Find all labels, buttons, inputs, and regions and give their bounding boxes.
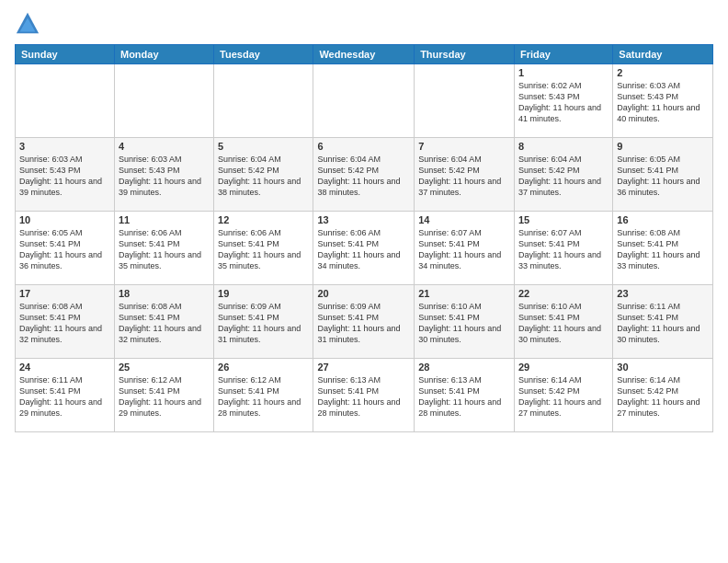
day-info: Sunrise: 6:05 AM Sunset: 5:41 PM Dayligh… [19,227,110,272]
day-cell: 7Sunrise: 6:04 AM Sunset: 5:42 PM Daylig… [415,138,515,212]
weekday-header-sunday: Sunday [16,45,115,64]
day-cell: 9Sunrise: 6:05 AM Sunset: 5:41 PM Daylig… [613,138,713,212]
day-cell: 26Sunrise: 6:12 AM Sunset: 5:41 PM Dayli… [214,359,313,432]
day-number: 20 [317,288,410,299]
day-info: Sunrise: 6:02 AM Sunset: 5:43 PM Dayligh… [518,80,609,125]
day-cell: 24Sunrise: 6:11 AM Sunset: 5:41 PM Dayli… [16,359,115,432]
day-info: Sunrise: 6:03 AM Sunset: 5:43 PM Dayligh… [617,80,709,125]
day-number: 11 [119,214,210,225]
day-cell [214,64,313,138]
weekday-header-friday: Friday [514,45,612,64]
day-number: 16 [617,214,709,225]
day-cell [415,64,515,138]
day-number: 1 [518,67,609,78]
day-cell: 4Sunrise: 6:03 AM Sunset: 5:43 PM Daylig… [114,138,213,212]
day-number: 26 [218,362,309,373]
logo-icon [15,11,40,37]
day-info: Sunrise: 6:04 AM Sunset: 5:42 PM Dayligh… [218,154,309,199]
day-cell: 2Sunrise: 6:03 AM Sunset: 5:43 PM Daylig… [613,64,713,138]
day-cell: 21Sunrise: 6:10 AM Sunset: 5:41 PM Dayli… [415,285,515,359]
weekday-header-tuesday: Tuesday [214,45,313,64]
day-number: 10 [19,214,110,225]
day-number: 15 [518,214,609,225]
day-number: 24 [19,362,110,373]
day-cell: 8Sunrise: 6:04 AM Sunset: 5:42 PM Daylig… [514,138,612,212]
day-info: Sunrise: 6:04 AM Sunset: 5:42 PM Dayligh… [418,154,510,199]
day-cell: 25Sunrise: 6:12 AM Sunset: 5:41 PM Dayli… [114,359,213,432]
day-number: 17 [19,288,110,299]
day-number: 21 [418,288,510,299]
header [15,11,713,37]
day-number: 25 [119,362,210,373]
day-number: 22 [518,288,609,299]
day-number: 7 [418,141,510,152]
week-row-4: 17Sunrise: 6:08 AM Sunset: 5:41 PM Dayli… [16,285,713,359]
day-info: Sunrise: 6:11 AM Sunset: 5:41 PM Dayligh… [617,301,709,346]
day-cell: 17Sunrise: 6:08 AM Sunset: 5:41 PM Dayli… [16,285,115,359]
day-cell: 1Sunrise: 6:02 AM Sunset: 5:43 PM Daylig… [514,64,612,138]
day-number: 12 [218,214,309,225]
day-info: Sunrise: 6:04 AM Sunset: 5:42 PM Dayligh… [317,154,410,199]
day-info: Sunrise: 6:04 AM Sunset: 5:42 PM Dayligh… [518,154,609,199]
day-info: Sunrise: 6:13 AM Sunset: 5:41 PM Dayligh… [418,374,510,419]
day-info: Sunrise: 6:08 AM Sunset: 5:41 PM Dayligh… [19,301,110,346]
day-number: 8 [518,141,609,152]
day-info: Sunrise: 6:13 AM Sunset: 5:41 PM Dayligh… [317,374,410,419]
week-row-5: 24Sunrise: 6:11 AM Sunset: 5:41 PM Dayli… [16,359,713,432]
day-info: Sunrise: 6:10 AM Sunset: 5:41 PM Dayligh… [418,301,510,346]
day-cell: 30Sunrise: 6:14 AM Sunset: 5:42 PM Dayli… [613,359,713,432]
day-cell: 23Sunrise: 6:11 AM Sunset: 5:41 PM Dayli… [613,285,713,359]
day-cell: 20Sunrise: 6:09 AM Sunset: 5:41 PM Dayli… [313,285,415,359]
day-cell: 3Sunrise: 6:03 AM Sunset: 5:43 PM Daylig… [16,138,115,212]
day-cell: 12Sunrise: 6:06 AM Sunset: 5:41 PM Dayli… [214,212,313,285]
day-info: Sunrise: 6:09 AM Sunset: 5:41 PM Dayligh… [218,301,309,346]
day-number: 6 [317,141,410,152]
weekday-header-monday: Monday [114,45,213,64]
day-cell: 22Sunrise: 6:10 AM Sunset: 5:41 PM Dayli… [514,285,612,359]
day-info: Sunrise: 6:12 AM Sunset: 5:41 PM Dayligh… [218,374,309,419]
day-cell: 13Sunrise: 6:06 AM Sunset: 5:41 PM Dayli… [313,212,415,285]
day-cell [16,64,115,138]
day-cell: 19Sunrise: 6:09 AM Sunset: 5:41 PM Dayli… [214,285,313,359]
day-info: Sunrise: 6:06 AM Sunset: 5:41 PM Dayligh… [317,227,410,272]
day-cell: 18Sunrise: 6:08 AM Sunset: 5:41 PM Dayli… [114,285,213,359]
day-info: Sunrise: 6:11 AM Sunset: 5:41 PM Dayligh… [19,374,110,419]
day-cell: 29Sunrise: 6:14 AM Sunset: 5:42 PM Dayli… [514,359,612,432]
day-info: Sunrise: 6:07 AM Sunset: 5:41 PM Dayligh… [418,227,510,272]
day-cell: 6Sunrise: 6:04 AM Sunset: 5:42 PM Daylig… [313,138,415,212]
day-number: 13 [317,214,410,225]
day-number: 27 [317,362,410,373]
day-cell: 28Sunrise: 6:13 AM Sunset: 5:41 PM Dayli… [415,359,515,432]
day-number: 2 [617,67,709,78]
logo [15,11,42,37]
day-number: 4 [119,141,210,152]
day-cell: 14Sunrise: 6:07 AM Sunset: 5:41 PM Dayli… [415,212,515,285]
calendar: SundayMondayTuesdayWednesdayThursdayFrid… [15,44,713,432]
day-number: 5 [218,141,309,152]
day-cell: 11Sunrise: 6:06 AM Sunset: 5:41 PM Dayli… [114,212,213,285]
week-row-1: 1Sunrise: 6:02 AM Sunset: 5:43 PM Daylig… [16,64,713,138]
day-info: Sunrise: 6:08 AM Sunset: 5:41 PM Dayligh… [119,301,210,346]
day-cell: 10Sunrise: 6:05 AM Sunset: 5:41 PM Dayli… [16,212,115,285]
weekday-header-thursday: Thursday [415,45,515,64]
day-info: Sunrise: 6:08 AM Sunset: 5:41 PM Dayligh… [617,227,709,272]
day-number: 29 [518,362,609,373]
day-info: Sunrise: 6:12 AM Sunset: 5:41 PM Dayligh… [119,374,210,419]
day-number: 19 [218,288,309,299]
day-info: Sunrise: 6:06 AM Sunset: 5:41 PM Dayligh… [119,227,210,272]
day-info: Sunrise: 6:06 AM Sunset: 5:41 PM Dayligh… [218,227,309,272]
weekday-header-row: SundayMondayTuesdayWednesdayThursdayFrid… [16,45,713,64]
weekday-header-saturday: Saturday [613,45,713,64]
day-number: 30 [617,362,709,373]
day-number: 9 [617,141,709,152]
week-row-3: 10Sunrise: 6:05 AM Sunset: 5:41 PM Dayli… [16,212,713,285]
day-cell [313,64,415,138]
day-cell: 5Sunrise: 6:04 AM Sunset: 5:42 PM Daylig… [214,138,313,212]
day-cell: 15Sunrise: 6:07 AM Sunset: 5:41 PM Dayli… [514,212,612,285]
page: SundayMondayTuesdayWednesdayThursdayFrid… [0,0,728,563]
day-info: Sunrise: 6:10 AM Sunset: 5:41 PM Dayligh… [518,301,609,346]
day-number: 14 [418,214,510,225]
day-cell: 16Sunrise: 6:08 AM Sunset: 5:41 PM Dayli… [613,212,713,285]
day-number: 23 [617,288,709,299]
day-number: 18 [119,288,210,299]
